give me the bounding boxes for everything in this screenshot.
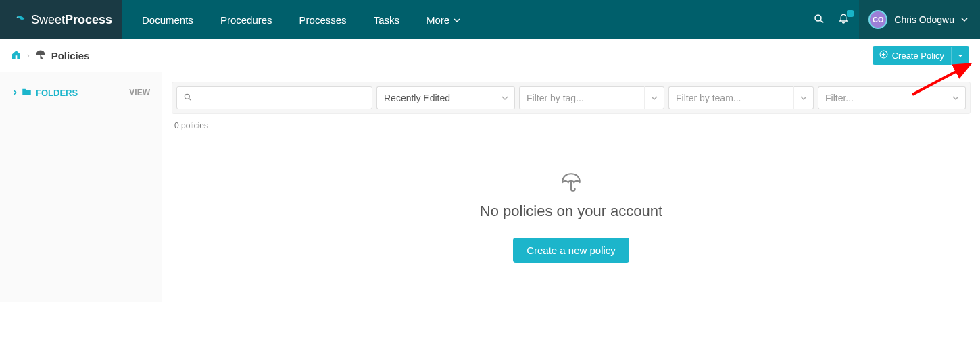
page-title: Policies: [51, 50, 90, 61]
folder-icon: [22, 87, 32, 98]
main-nav: Documents Procedures Processes Tasks Mor…: [122, 1, 474, 39]
main-header: SweetProcess Documents Procedures Proces…: [0, 0, 980, 39]
chevron-down-icon: [454, 14, 460, 26]
header-actions: [813, 13, 859, 27]
notification-badge: [847, 10, 854, 17]
create-policy-dropdown[interactable]: [951, 47, 969, 65]
user-name: Chris Odogwu: [894, 14, 954, 25]
chevron-down-icon: [793, 86, 814, 109]
breadcrumb: › Policies: [11, 49, 89, 62]
logo-icon: [12, 12, 27, 27]
filter-team-dropdown[interactable]: Filter by team...: [668, 86, 814, 109]
view-button[interactable]: VIEW: [129, 88, 150, 97]
sidebar: FOLDERS VIEW: [0, 72, 162, 302]
search-icon: [813, 13, 825, 27]
create-new-policy-button[interactable]: Create a new policy: [513, 238, 629, 263]
caret-down-icon: [958, 53, 963, 59]
filter-team-value: Filter by team...: [668, 86, 793, 109]
chevron-down-icon: [644, 86, 664, 109]
chevron-down-icon: [946, 86, 966, 109]
plus-circle-icon: [879, 50, 888, 61]
home-icon[interactable]: [11, 49, 22, 62]
filter-tag-dropdown[interactable]: Filter by tag...: [519, 86, 664, 109]
svg-point-4: [185, 94, 189, 99]
user-menu[interactable]: CO Chris Odogwu: [859, 0, 980, 39]
nav-more-label: More: [426, 14, 449, 26]
main-panel: Recently Edited Filter by tag... Filter …: [162, 72, 980, 302]
breadcrumb-separator: ›: [27, 51, 30, 59]
chevron-right-icon: [12, 88, 18, 98]
nav-tasks[interactable]: Tasks: [360, 1, 413, 39]
logo-text: SweetProcess: [31, 13, 112, 27]
create-policy-button[interactable]: Create Policy: [873, 46, 969, 65]
avatar: CO: [868, 10, 887, 29]
folders-label: FOLDERS: [36, 88, 78, 98]
notifications-button[interactable]: [837, 13, 850, 27]
svg-point-1: [815, 15, 821, 21]
filter-tag-value: Filter by tag...: [519, 86, 644, 109]
umbrella-icon: [172, 171, 971, 196]
search-input[interactable]: [176, 86, 372, 109]
nav-processes[interactable]: Processes: [286, 1, 360, 39]
search-icon: [183, 93, 193, 104]
policy-count: 0 policies: [172, 114, 971, 137]
nav-procedures[interactable]: Procedures: [207, 1, 286, 39]
svg-line-2: [821, 20, 824, 23]
folders-toggle[interactable]: FOLDERS: [12, 87, 78, 98]
nav-documents[interactable]: Documents: [128, 1, 207, 39]
search-box: [176, 86, 372, 109]
empty-title: No policies on your account: [172, 203, 971, 220]
nav-more[interactable]: More: [413, 1, 474, 39]
logo[interactable]: SweetProcess: [0, 0, 122, 39]
umbrella-icon: [35, 49, 46, 62]
filter-generic-dropdown[interactable]: Filter...: [818, 86, 966, 109]
svg-point-0: [17, 16, 18, 18]
search-button[interactable]: [813, 13, 825, 27]
sort-value: Recently Edited: [376, 86, 495, 109]
content-area: FOLDERS VIEW Recently Edited Filter by t…: [0, 72, 980, 302]
chevron-down-icon: [495, 86, 515, 109]
create-policy-label: Create Policy: [892, 51, 944, 61]
chevron-down-icon: [961, 14, 968, 25]
breadcrumb-bar: › Policies Create Policy: [0, 39, 980, 72]
empty-state: No policies on your account Create a new…: [172, 137, 971, 283]
filter-generic-value: Filter...: [818, 86, 946, 109]
svg-line-5: [189, 99, 191, 101]
sort-dropdown[interactable]: Recently Edited: [376, 86, 515, 109]
filter-bar: Recently Edited Filter by tag... Filter …: [172, 82, 971, 114]
